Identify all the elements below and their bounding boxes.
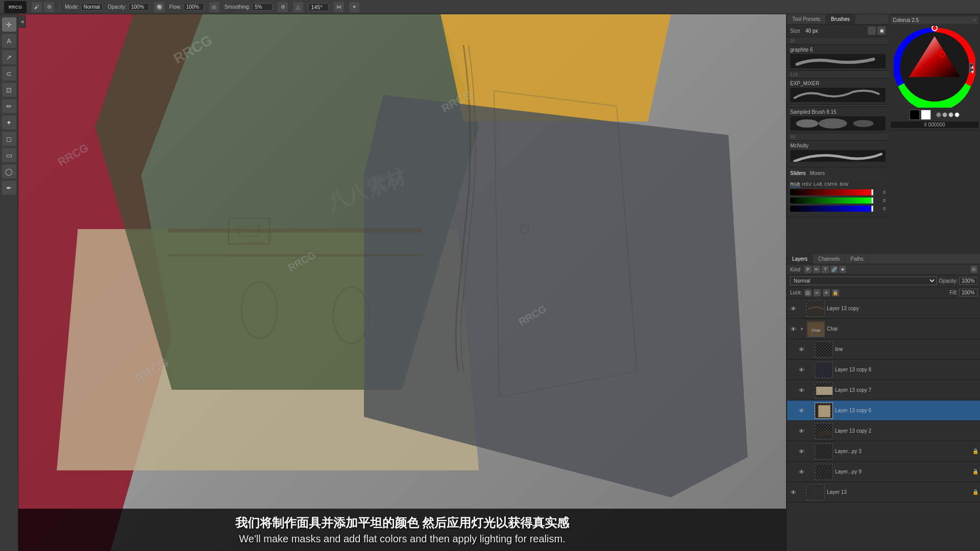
layer-row-4[interactable]: 👁 Layer 13 copy 7 (787, 380, 980, 400)
layer-eye-1[interactable]: 👁 (789, 325, 797, 333)
brush-tool[interactable]: ✏ (2, 99, 16, 113)
settings-icon[interactable]: ⚙ (44, 2, 54, 12)
lock-transparent[interactable]: ▧ (804, 289, 812, 296)
layer-row-7[interactable]: 👁 Layer...py 3 🔒 (787, 441, 980, 462)
canvas-area[interactable]: RRCG RRCG RRCG RRCG RRCG RRCG 八八素材 我们将制作… (18, 14, 786, 551)
brush-item-graphite[interactable]: graphite 6 (787, 45, 889, 71)
tab-paths[interactable]: Paths (845, 254, 869, 264)
filter-icon-2[interactable]: ✏ (813, 266, 820, 273)
blend-mode-select[interactable]: Normal (790, 277, 937, 285)
layer-eye-9[interactable]: 👁 (789, 488, 797, 496)
crop-tool[interactable]: ⊡ (2, 83, 16, 97)
filter-toggle[interactable]: ⊙ (970, 266, 977, 273)
layer-eye-2[interactable]: 👁 (797, 345, 805, 354)
mode-cmyk[interactable]: CMYK (824, 182, 838, 187)
transform-tool[interactable]: ↗ (2, 50, 16, 64)
layer-row-3[interactable]: 👁 Layer 13 copy 8 (787, 360, 980, 380)
tab-layers[interactable]: Layers (787, 254, 813, 264)
small-dot-2[interactable] (942, 112, 947, 117)
flow-icon[interactable]: ◎ (209, 2, 219, 12)
color-panel-close[interactable]: ✕ (972, 18, 976, 23)
tab-channels[interactable]: Channels (813, 254, 845, 264)
canvas-artwork[interactable]: RRCG RRCG RRCG RRCG RRCG RRCG 八八素材 我们将制作… (18, 14, 786, 551)
svg-rect-25 (816, 445, 832, 459)
bg-swatch[interactable] (921, 110, 931, 120)
brush-item-sampled-8[interactable]: Sampled Brush 8 15 (787, 107, 889, 133)
pen-tool[interactable]: ✒ (2, 181, 16, 195)
opacity-value[interactable]: 100% (129, 3, 149, 11)
mode-rgb[interactable]: RGB (790, 182, 800, 187)
size-icon-1[interactable]: ◾ (868, 27, 876, 35)
mode-bw[interactable]: B/W (840, 182, 848, 187)
layer-eye-3[interactable]: 👁 (797, 366, 805, 374)
layer-row-2[interactable]: 👁 line (787, 339, 980, 360)
layer-row-0[interactable]: 👁 Layer 13 copy (787, 298, 980, 319)
layer-arrow-1[interactable]: ▼ (799, 325, 804, 333)
tab-brushes[interactable]: Brushes (826, 14, 855, 24)
layer-row-1[interactable]: 👁 ▼ Char Char (787, 319, 980, 339)
brush-name-mcnulty: McNulty (790, 143, 886, 148)
fill-value[interactable]: 100% (959, 289, 977, 296)
layer-row-6[interactable]: 👁 Layer 13 copy 2 (787, 421, 980, 441)
filter-icon-5[interactable]: ★ (839, 266, 846, 273)
lock-position[interactable]: ✛ (823, 289, 830, 296)
slider-track-3[interactable] (790, 206, 873, 212)
flow-value[interactable]: 100% (184, 3, 204, 11)
smoothing-value[interactable]: 5% (252, 3, 273, 11)
layer-eye-8[interactable]: 👁 (797, 468, 805, 476)
airbrush-icon[interactable]: 🔘 (154, 2, 164, 12)
size-icon-2[interactable]: ◼ (877, 27, 886, 35)
angle-value[interactable]: 145° (308, 3, 329, 11)
gear-icon[interactable]: ⚙ (278, 2, 288, 12)
size-value: 40 px (805, 28, 865, 34)
panel-collapse-btn[interactable]: ◀ (18, 15, 26, 28)
mode-lab[interactable]: LAB (814, 182, 822, 187)
move-tool[interactable]: ✛ (2, 17, 16, 32)
color-wheel-svg[interactable] (894, 26, 975, 108)
dodge-tool[interactable]: ◯ (2, 164, 16, 179)
tab-mixers[interactable]: Mixers (810, 170, 825, 176)
small-dot-3[interactable] (948, 112, 953, 117)
layer-eye-7[interactable]: 👁 (797, 447, 805, 456)
lock-image[interactable]: ✏ (814, 289, 821, 296)
pressure-icon[interactable]: ✦ (349, 2, 359, 12)
brush-item-mcnulty[interactable]: McNulty (787, 141, 889, 162)
gradient-tool[interactable]: ▭ (2, 148, 16, 162)
eraser-tool[interactable]: ◻ (2, 132, 16, 146)
lasso-tool[interactable]: ⊂ (2, 66, 16, 81)
fg-swatch[interactable] (910, 110, 920, 120)
tab-tool-presets[interactable]: Tool Presets (787, 14, 826, 24)
layer-row-5[interactable]: 👁 Layer 13 copy 6 (787, 400, 980, 421)
angle-icon[interactable]: △ (293, 2, 303, 12)
filter-icon-4[interactable]: 🔗 (830, 266, 838, 273)
mode-select[interactable]: Normal (81, 3, 103, 11)
color-up-arrow[interactable]: ▲ (969, 63, 973, 67)
opacity-value[interactable]: 100% (959, 277, 977, 285)
layer-eye-5[interactable]: 👁 (797, 407, 805, 415)
tab-sliders[interactable]: Sliders (790, 170, 806, 176)
layer-eye-4[interactable]: 👁 (797, 386, 805, 394)
layer-name-0: Layer 13 copy (827, 306, 978, 311)
color-hex-value[interactable]: # 000000 (891, 121, 978, 128)
slider-track-1[interactable] (790, 189, 873, 195)
mode-hsv[interactable]: HSV (802, 182, 812, 187)
small-dot-4[interactable] (954, 112, 960, 117)
color-wheel-wrapper[interactable] (894, 26, 975, 108)
layer-lock-9: 🔒 (972, 489, 978, 495)
layer-row-9[interactable]: 👁 Layer 13 🔒 (787, 482, 980, 503)
layer-eye-6[interactable]: 👁 (797, 427, 805, 435)
filter-icon-3[interactable]: T (822, 266, 829, 273)
lock-all[interactable]: 🔒 (832, 289, 839, 296)
type-tool[interactable]: A (2, 34, 16, 48)
symmetry-icon[interactable]: ⋈ (334, 2, 344, 12)
filter-icon-1[interactable]: P (804, 266, 812, 273)
brush-tool-icon[interactable]: 🖌 (32, 2, 42, 12)
color-down-arrow[interactable]: ▼ (969, 68, 973, 72)
mode-group: Mode: Normal (65, 3, 103, 11)
layer-eye-0[interactable]: 👁 (789, 305, 797, 313)
small-dot-1[interactable] (936, 112, 941, 117)
brush-item-exp-mixer[interactable]: EXP_MIXER (787, 79, 889, 105)
layer-row-8[interactable]: 👁 Layer...py 9 🔒 (787, 462, 980, 482)
stamp-tool[interactable]: ✦ (2, 115, 16, 130)
slider-track-2[interactable] (790, 197, 873, 204)
